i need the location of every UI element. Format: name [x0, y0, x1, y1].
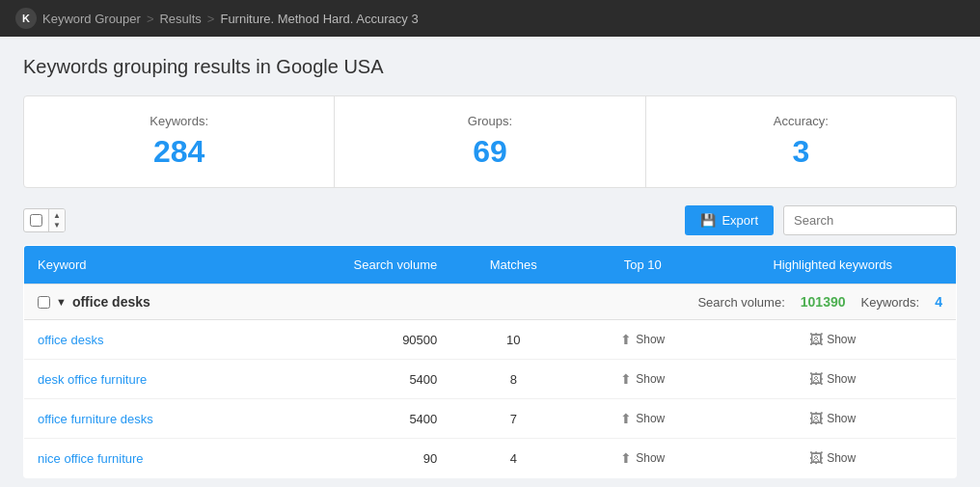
group-name-area: ▼ office desks	[38, 294, 150, 310]
upload-icon: ⬆	[620, 411, 632, 426]
checkbox-sort-control[interactable]: ▲ ▼	[23, 208, 66, 232]
table-row: desk office furniture 5400 8 ⬆ Show 🖼 Sh…	[24, 360, 957, 399]
table-row: nice office furniture 90 4 ⬆ Show 🖼 Show	[24, 439, 957, 478]
top10-show-label: Show	[636, 451, 665, 465]
top10-show-button[interactable]: ⬆ Show	[616, 330, 668, 349]
top10-show-label: Show	[636, 333, 665, 346]
group-search-volume-value: 101390	[801, 294, 846, 310]
row-keyword-cell: office furniture desks	[24, 399, 265, 439]
group-header-cell: ▼ office desks Search volume: 101390 Key…	[24, 284, 957, 320]
highlighted-show-button[interactable]: 🖼 Show	[805, 409, 859, 428]
main-content: Keywords grouping results in Google USA …	[0, 37, 980, 487]
row-matches-cell: 10	[450, 320, 576, 360]
row-volume-cell: 90	[264, 439, 450, 478]
stat-keywords-label: Keywords:	[47, 114, 311, 128]
highlighted-show-button[interactable]: 🖼 Show	[805, 330, 859, 349]
row-top10-cell: ⬆ Show	[576, 320, 709, 360]
sort-arrows[interactable]: ▲ ▼	[48, 209, 65, 231]
row-highlighted-cell: 🖼 Show	[709, 399, 956, 439]
group-checkbox[interactable]	[38, 296, 50, 309]
top10-show-button[interactable]: ⬆ Show	[616, 409, 668, 428]
row-top10-cell: ⬆ Show	[576, 439, 709, 478]
stat-groups-value: 69	[358, 134, 621, 170]
group-meta: Search volume: 101390 Keywords: 4	[697, 294, 942, 310]
export-button[interactable]: 💾 Export	[685, 205, 774, 235]
group-name: office desks	[72, 294, 150, 310]
image-icon: 🖼	[809, 371, 823, 387]
image-icon: 🖼	[809, 411, 823, 426]
nav-sep-2: >	[207, 12, 215, 26]
row-top10-cell: ⬆ Show	[576, 399, 709, 439]
select-all-checkbox[interactable]	[30, 214, 42, 227]
highlighted-show-button[interactable]: 🖼 Show	[805, 369, 859, 389]
group-search-volume-label: Search volume:	[697, 295, 784, 310]
nav-current: Furniture. Method Hard. Accuracy 3	[220, 12, 418, 26]
search-input[interactable]	[783, 205, 957, 235]
nav-sep-1: >	[147, 12, 154, 26]
col-header-matches: Matches	[450, 246, 576, 284]
highlighted-show-label: Show	[827, 451, 856, 465]
export-label: Export	[721, 213, 758, 228]
row-volume-cell: 5400	[264, 399, 450, 439]
image-icon: 🖼	[809, 332, 823, 347]
row-top10-cell: ⬆ Show	[576, 360, 709, 399]
stats-box: Keywords: 284 Groups: 69 Accuracy: 3	[23, 95, 957, 188]
top10-show-label: Show	[636, 372, 665, 386]
row-keyword-cell: desk office furniture	[24, 360, 265, 399]
table-header-row: Keyword Search volume Matches Top 10 Hig…	[24, 246, 957, 284]
stat-accuracy-label: Accuracy:	[669, 114, 933, 128]
stat-groups: Groups: 69	[335, 96, 645, 187]
upload-icon: ⬆	[620, 332, 632, 347]
upload-icon: ⬆	[620, 450, 632, 466]
top10-show-button[interactable]: ⬆ Show	[616, 448, 668, 468]
stat-accuracy: Accuracy: 3	[646, 96, 956, 187]
arrow-down-icon: ▼	[53, 221, 61, 230]
col-header-top10: Top 10	[576, 246, 709, 284]
toolbar: ▲ ▼ 💾 Export	[23, 205, 957, 235]
col-header-search-volume: Search volume	[264, 246, 450, 284]
keyword-link[interactable]: office furniture desks	[38, 412, 153, 426]
stat-accuracy-value: 3	[669, 134, 933, 170]
row-volume-cell: 90500	[264, 320, 450, 360]
keyword-link[interactable]: nice office furniture	[38, 451, 144, 466]
group-keywords-label: Keywords:	[861, 295, 920, 310]
upload-icon: ⬆	[620, 371, 632, 387]
data-table: Keyword Search volume Matches Top 10 Hig…	[23, 245, 957, 478]
image-icon: 🖼	[809, 450, 823, 466]
highlighted-show-label: Show	[827, 372, 856, 386]
col-header-highlighted: Highlighted keywords	[709, 246, 956, 284]
table-row: office furniture desks 5400 7 ⬆ Show 🖼 S…	[24, 399, 957, 439]
row-keyword-cell: office desks	[24, 320, 265, 360]
nav-results[interactable]: Results	[159, 12, 201, 26]
arrow-up-icon: ▲	[53, 211, 61, 221]
group-header-content: ▼ office desks Search volume: 101390 Key…	[38, 294, 942, 310]
group-collapse-icon[interactable]: ▼	[56, 296, 67, 308]
keyword-link[interactable]: desk office furniture	[38, 372, 147, 387]
row-matches-cell: 8	[450, 360, 576, 399]
group-keywords-value: 4	[935, 294, 942, 310]
top-navigation: K Keyword Grouper > Results > Furniture.…	[0, 0, 980, 37]
group-header-row: ▼ office desks Search volume: 101390 Key…	[24, 284, 957, 320]
stat-keywords-value: 284	[47, 134, 311, 170]
top10-show-button[interactable]: ⬆ Show	[616, 369, 668, 389]
toolbar-left: ▲ ▼	[23, 208, 66, 232]
highlighted-show-label: Show	[827, 333, 856, 346]
row-highlighted-cell: 🖼 Show	[709, 360, 956, 399]
highlighted-show-button[interactable]: 🖼 Show	[805, 448, 859, 468]
top10-show-label: Show	[636, 412, 665, 425]
row-volume-cell: 5400	[264, 360, 450, 399]
row-highlighted-cell: 🖼 Show	[709, 439, 956, 478]
table-row: office desks 90500 10 ⬆ Show 🖼 Show	[24, 320, 957, 360]
toolbar-right: 💾 Export	[685, 205, 957, 235]
nav-logo: K	[15, 8, 37, 29]
export-icon: 💾	[700, 213, 716, 228]
col-header-keyword: Keyword	[24, 246, 265, 284]
row-highlighted-cell: 🖼 Show	[709, 320, 956, 360]
nav-keyword-grouper[interactable]: Keyword Grouper	[42, 12, 141, 26]
stat-keywords: Keywords: 284	[24, 96, 335, 187]
keyword-link[interactable]: office desks	[38, 333, 103, 347]
row-matches-cell: 4	[450, 439, 576, 478]
page-title: Keywords grouping results in Google USA	[23, 56, 957, 78]
row-matches-cell: 7	[450, 399, 576, 439]
stat-groups-label: Groups:	[358, 114, 621, 128]
